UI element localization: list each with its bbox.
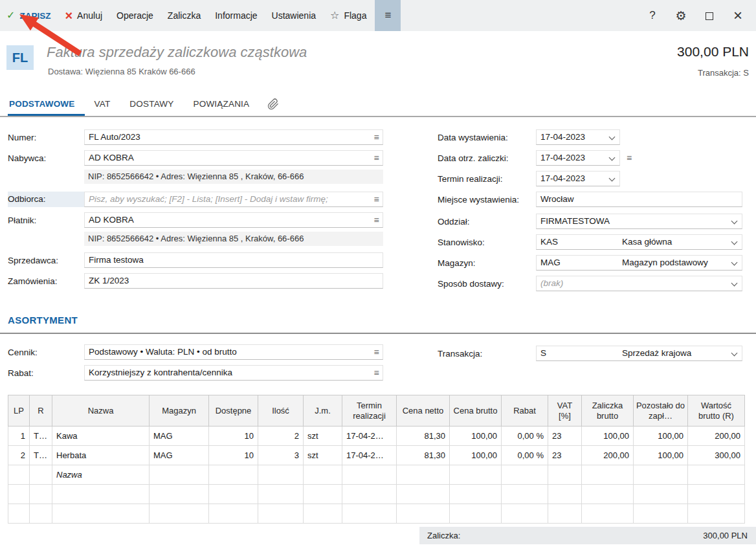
cell[interactable]: 23 xyxy=(548,427,582,446)
cell[interactable]: Herbata xyxy=(52,446,150,465)
col-ilosc[interactable]: Ilość xyxy=(258,395,304,427)
cell[interactable]: 2 xyxy=(8,446,30,465)
cell[interactable] xyxy=(397,465,450,485)
field-menu-icon[interactable]: ≡ xyxy=(371,130,382,144)
cell[interactable] xyxy=(30,465,52,485)
cell[interactable] xyxy=(450,485,502,504)
tab-vat[interactable]: VAT xyxy=(85,92,120,116)
col-vat[interactable]: VAT [%] xyxy=(548,395,582,427)
col-zaliczka-brutto[interactable]: Zaliczka brutto xyxy=(582,395,634,427)
nabywca-field[interactable]: AD KOBRA ≡ xyxy=(84,150,383,166)
termin-realizacji-field[interactable]: 17-04-2023 xyxy=(536,171,620,186)
cell[interactable]: T… xyxy=(30,446,52,465)
cell[interactable]: 100,00 xyxy=(634,446,688,465)
cell[interactable] xyxy=(342,504,397,524)
cell[interactable] xyxy=(634,465,688,485)
cell[interactable]: 200,00 xyxy=(688,427,745,446)
numer-field[interactable]: FL Auto/2023 ≡ xyxy=(84,129,383,145)
close-button[interactable]: × xyxy=(724,8,752,23)
save-button[interactable]: ✓ ZAPISZ xyxy=(0,0,58,31)
maximize-button[interactable] xyxy=(695,9,724,22)
field-menu-icon[interactable]: ≡ xyxy=(371,345,382,359)
chevron-down-icon[interactable] xyxy=(609,155,616,161)
miejsce-wystawienia-field[interactable]: Wrocław xyxy=(536,192,742,207)
cell[interactable] xyxy=(8,504,30,524)
sprzedawca-field[interactable]: Firma testowa xyxy=(84,252,383,268)
table-empty-row[interactable] xyxy=(8,504,745,524)
cell[interactable] xyxy=(502,465,548,485)
cell[interactable] xyxy=(209,504,258,524)
cancel-button[interactable]: × Anuluj xyxy=(58,0,109,31)
cell[interactable]: 200,00 xyxy=(582,446,634,465)
hamburger-menu-button[interactable]: ≡ xyxy=(375,0,401,31)
cell[interactable] xyxy=(582,465,634,485)
cennik-field[interactable]: Podstawowy • Waluta: PLN • od brutto ≡ xyxy=(84,344,383,360)
cell[interactable]: 100,00 xyxy=(450,446,502,465)
chevron-down-icon[interactable] xyxy=(731,239,738,245)
col-pozostalo[interactable]: Pozostało do zapł… xyxy=(634,395,688,427)
cell[interactable] xyxy=(258,465,304,485)
tab-podstawowe[interactable]: PODSTAWOWE xyxy=(8,92,85,116)
chevron-down-icon[interactable] xyxy=(609,134,616,140)
cell[interactable]: 100,00 xyxy=(450,427,502,446)
cell[interactable]: 2 xyxy=(258,427,304,446)
table-empty-row[interactable]: Nazwa xyxy=(8,465,745,485)
cell[interactable]: 17-04-2… xyxy=(342,427,397,446)
attachment-button[interactable] xyxy=(267,98,280,111)
menu-ustawienia[interactable]: Ustawienia xyxy=(265,0,323,31)
cell[interactable] xyxy=(30,485,52,504)
field-menu-icon[interactable]: ≡ xyxy=(371,366,382,380)
data-zaliczki-field[interactable]: 17-04-2023 xyxy=(536,150,620,166)
cell[interactable] xyxy=(8,465,30,485)
chevron-down-icon[interactable] xyxy=(609,175,616,182)
cell[interactable]: szt xyxy=(304,427,342,446)
cell[interactable] xyxy=(258,504,304,524)
cell[interactable] xyxy=(548,465,582,485)
table-row[interactable]: 2 T… Herbata MAG 10 3 szt 17-04-2… 81,30… xyxy=(8,446,745,465)
field-menu-icon[interactable]: ≡ xyxy=(371,213,382,227)
cell[interactable]: 17-04-2… xyxy=(342,446,397,465)
cell[interactable]: 81,30 xyxy=(397,446,450,465)
menu-zaliczka[interactable]: Zaliczka xyxy=(161,0,208,31)
cell[interactable] xyxy=(688,465,745,485)
zamowienia-field[interactable]: ZK 1/2023 xyxy=(84,273,383,289)
cell[interactable]: 10 xyxy=(209,427,258,446)
help-button[interactable]: ? xyxy=(638,9,667,22)
cell[interactable]: 81,30 xyxy=(397,427,450,446)
field-menu-icon[interactable]: ≡ xyxy=(623,150,636,166)
cell[interactable] xyxy=(150,504,209,524)
cell[interactable] xyxy=(209,465,258,485)
cell[interactable] xyxy=(150,465,209,485)
stanowisko-select[interactable]: KAS Kasa główna xyxy=(536,234,742,250)
tab-dostawy[interactable]: DOSTAWY xyxy=(120,92,183,116)
cell[interactable]: 100,00 xyxy=(582,427,634,446)
cell[interactable]: 10 xyxy=(209,446,258,465)
cell[interactable]: Kawa xyxy=(52,427,150,446)
table-row[interactable]: 1 T… Kawa MAG 10 2 szt 17-04-2… 81,30 10… xyxy=(8,427,745,446)
magazyn-select[interactable]: MAG Magazyn podstawowy xyxy=(536,255,742,271)
cell[interactable] xyxy=(52,504,150,524)
col-magazyn[interactable]: Magazyn xyxy=(150,395,209,427)
cell[interactable] xyxy=(8,485,30,504)
cell[interactable] xyxy=(150,485,209,504)
cell[interactable] xyxy=(342,485,397,504)
cell[interactable] xyxy=(30,504,52,524)
table-empty-row[interactable] xyxy=(8,485,745,504)
cell[interactable] xyxy=(342,465,397,485)
data-wystawienia-field[interactable]: 17-04-2023 xyxy=(536,129,620,145)
tab-powiazania[interactable]: POWIĄZANIA xyxy=(184,92,260,116)
col-lp[interactable]: LP xyxy=(8,395,30,427)
chevron-down-icon[interactable] xyxy=(731,260,738,266)
cell[interactable] xyxy=(548,504,582,524)
platnik-field[interactable]: AD KOBRA ≡ xyxy=(84,212,383,228)
chevron-down-icon[interactable] xyxy=(731,350,738,357)
cell[interactable]: 300,00 xyxy=(688,446,745,465)
col-termin[interactable]: Termin realizacji xyxy=(342,395,397,427)
cell[interactable] xyxy=(634,504,688,524)
menu-informacje[interactable]: Informacje xyxy=(208,0,264,31)
cell[interactable] xyxy=(304,485,342,504)
odbiorca-field[interactable]: Pisz, aby wyszukać; [F2] - Lista; [Inser… xyxy=(84,192,383,207)
gear-icon[interactable]: ⚙ xyxy=(667,8,695,23)
cell[interactable] xyxy=(548,485,582,504)
cell[interactable]: MAG xyxy=(150,446,209,465)
